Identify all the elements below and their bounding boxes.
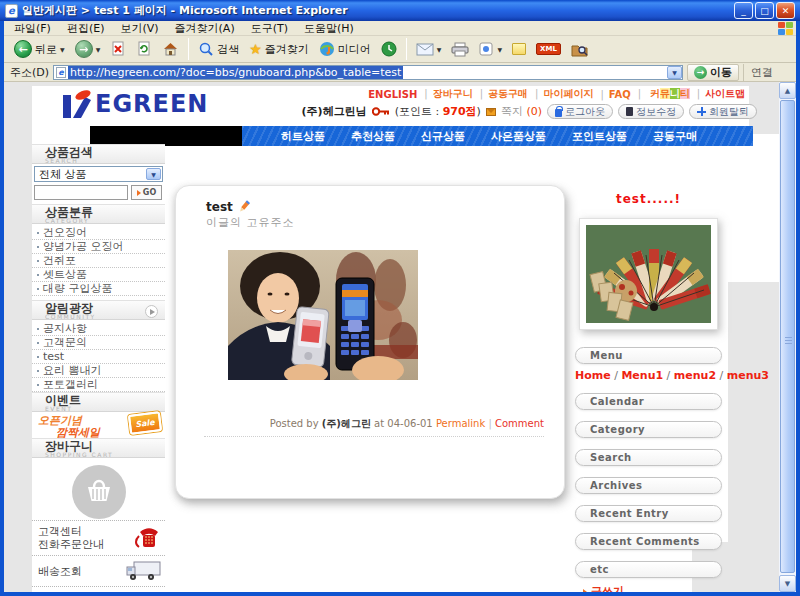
- logout-button[interactable]: 로그아웃: [547, 104, 613, 119]
- sidebar-item-dried-filefish[interactable]: 건쥐포: [32, 254, 165, 268]
- forward-button[interactable]: → ▼: [71, 37, 105, 61]
- menu-view[interactable]: 보기(V): [112, 21, 166, 36]
- print-button[interactable]: [447, 37, 473, 61]
- back-button[interactable]: ← 뒤로 ▼: [10, 37, 69, 61]
- category-select[interactable]: 전체 상품 ▼: [34, 166, 163, 182]
- history-button[interactable]: [377, 37, 401, 61]
- logo-text: EGREEN: [95, 91, 208, 117]
- sidebar-item-customer-inquiry[interactable]: 고객문의: [32, 336, 165, 350]
- hegreen-logo[interactable]: EGREEN: [62, 90, 208, 118]
- back-dropdown-icon[interactable]: ▼: [60, 46, 65, 53]
- nav-group-buy[interactable]: 공동구매: [653, 129, 697, 144]
- customer-center-link[interactable]: 고객센터전화주문안내: [32, 520, 165, 555]
- user-name: (주)헤그린님: [302, 104, 367, 119]
- widget-search-pill[interactable]: Search: [575, 449, 722, 466]
- link-community[interactable]: 커뮤니티: [632, 87, 691, 101]
- search-input[interactable]: [34, 185, 128, 200]
- link-groupbuy[interactable]: 공동구매: [474, 87, 529, 101]
- widget-etc-pill[interactable]: etc: [575, 561, 722, 578]
- scroll-down-button[interactable]: ▼: [779, 575, 796, 592]
- comment-link[interactable]: Comment: [495, 418, 544, 429]
- link-english[interactable]: ENGLISH: [367, 89, 418, 100]
- menu-file[interactable]: 파일(F): [6, 21, 59, 36]
- widget-recent-comments-pill[interactable]: Recent Comments: [575, 533, 722, 550]
- menu-tools[interactable]: 도구(T): [243, 21, 296, 36]
- sidebar-item-bulk-purchase[interactable]: 대량 구입상품: [32, 282, 165, 296]
- sidebar-item-cooking[interactable]: 요리 뽐내기: [32, 364, 165, 378]
- sidebar-item-photo-gallery[interactable]: 포토갤러리: [32, 378, 165, 392]
- community-expand-icon[interactable]: [145, 305, 158, 318]
- address-dropdown-icon[interactable]: ▼: [667, 66, 682, 79]
- mail-dropdown-icon[interactable]: ▼: [437, 46, 442, 53]
- go-button[interactable]: → 이동: [687, 64, 739, 81]
- media-button[interactable]: 미디어: [315, 37, 375, 61]
- menu-edit[interactable]: 편집(E): [59, 21, 113, 36]
- select-dropdown-icon[interactable]: ▼: [146, 168, 161, 180]
- menu-favorites[interactable]: 즐겨찾기(A): [167, 21, 243, 36]
- delivery-tracking-link[interactable]: 배송조회: [32, 555, 165, 586]
- nav-point-products[interactable]: 포인트상품: [572, 129, 627, 144]
- sidebar-item-notice[interactable]: 공지사항: [32, 322, 165, 336]
- maximize-button[interactable]: □: [755, 2, 774, 19]
- menu-link-menu2[interactable]: menu2: [663, 369, 716, 382]
- menu-link-home[interactable]: Home: [575, 369, 611, 382]
- mail-button[interactable]: ▼: [412, 37, 446, 61]
- sale-badge: Sale: [128, 411, 162, 435]
- xml-button[interactable]: XML: [532, 37, 565, 61]
- links-toolbar-label[interactable]: 연결: [743, 64, 780, 81]
- scroll-up-button[interactable]: ▲: [779, 82, 796, 99]
- write-post-link[interactable]: 글쓰기: [575, 584, 722, 592]
- edit-dropdown-icon[interactable]: ▼: [497, 46, 502, 53]
- search-go-button[interactable]: GO: [131, 185, 162, 200]
- favorites-button[interactable]: ★ 즐겨찾기: [245, 37, 313, 61]
- search-button[interactable]: 검색: [194, 37, 243, 61]
- vertical-scrollbar[interactable]: ▲ ▼: [779, 82, 796, 592]
- page-top-margin: [32, 82, 753, 86]
- sidebar-community-header: 알림광장 COMMUNITY: [32, 300, 165, 320]
- sidebar-item-set-products[interactable]: 셋트상품: [32, 268, 165, 282]
- edit-info-button[interactable]: 정보수정: [618, 104, 684, 119]
- widget-recent-entry-pill[interactable]: Recent Entry: [575, 505, 722, 522]
- sidebar-item-dried-squid[interactable]: 건오징어: [32, 226, 165, 240]
- stop-button[interactable]: [106, 37, 130, 61]
- menu-help[interactable]: 도움말(H): [296, 21, 362, 36]
- sidebar-item-seasoned-squid[interactable]: 양념가공 오징어: [32, 240, 165, 254]
- forward-dropdown-icon[interactable]: ▼: [96, 46, 101, 53]
- link-cart[interactable]: 장바구니: [418, 87, 473, 101]
- print-icon: [451, 42, 469, 57]
- widget-category-pill[interactable]: Category: [575, 421, 722, 438]
- withdraw-button[interactable]: 회원탈퇴: [689, 104, 757, 119]
- nav-new-products[interactable]: 신규상품: [421, 129, 465, 144]
- nav-gift-products[interactable]: 사은품상품: [491, 129, 546, 144]
- sidebar-item-test[interactable]: test: [32, 350, 165, 364]
- minimize-button[interactable]: _: [734, 2, 753, 19]
- widget-archives-pill[interactable]: Archives: [575, 477, 722, 494]
- notes-button[interactable]: [508, 37, 530, 61]
- truck-icon: [126, 560, 162, 582]
- research-button[interactable]: [567, 37, 592, 61]
- close-button[interactable]: ✕: [776, 2, 795, 19]
- scrollbar-thumb[interactable]: [780, 100, 795, 573]
- edit-button[interactable]: ▼: [475, 37, 506, 61]
- menu-link-menu3[interactable]: menu3: [716, 369, 769, 382]
- post-permalink-label[interactable]: 이글의 고유주소: [206, 215, 295, 230]
- home-button[interactable]: [158, 37, 183, 61]
- event-banner[interactable]: 오픈기념 깜짝세일 Sale: [32, 412, 165, 438]
- bank-transfer-link[interactable]: 무통장입금: [32, 586, 165, 592]
- address-input[interactable]: e http://hegreen.com/?doc=bbs/gnuboard.p…: [53, 65, 683, 80]
- refresh-button[interactable]: [132, 37, 156, 61]
- widget-calendar-pill[interactable]: Calendar: [575, 393, 722, 410]
- nav-hit-products[interactable]: 히트상품: [281, 129, 325, 144]
- memo-text[interactable]: 쪽지 (0): [501, 104, 542, 119]
- permalink-link[interactable]: Permalink: [436, 418, 485, 429]
- link-sitemap[interactable]: 사이트맵: [691, 87, 746, 101]
- link-faq[interactable]: FAQ: [594, 89, 631, 100]
- post-title[interactable]: test: [206, 200, 251, 214]
- forward-icon: →: [75, 40, 93, 58]
- memo-icon: [486, 108, 496, 116]
- menu-link-menu1[interactable]: Menu1: [611, 369, 663, 382]
- cart-widget[interactable]: [32, 458, 165, 520]
- post-divider: [204, 436, 544, 437]
- nav-recommended[interactable]: 추천상품: [351, 129, 395, 144]
- link-mypage[interactable]: 마이페이지: [529, 87, 594, 101]
